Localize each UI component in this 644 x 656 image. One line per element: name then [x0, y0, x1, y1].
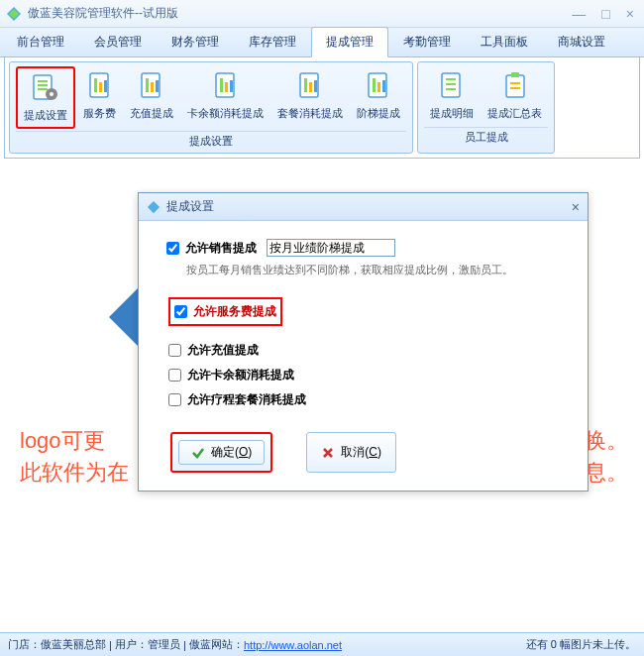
ok-button-highlight: 确定(O): [170, 432, 272, 473]
menu-attendance[interactable]: 考勤管理: [388, 27, 466, 57]
maximize-button[interactable]: □: [597, 6, 613, 22]
minimize-button[interactable]: —: [568, 6, 590, 22]
ribbon-detail[interactable]: 提成明细: [424, 66, 480, 125]
svg-rect-32: [506, 75, 524, 97]
ribbon-label: 提成设置: [24, 108, 67, 123]
document-gear-icon: [30, 72, 61, 104]
menu-stock[interactable]: 库存管理: [234, 27, 311, 57]
app-logo-icon: [6, 6, 22, 22]
svg-marker-39: [148, 200, 160, 212]
window-title: 傲蓝美容院管理软件--试用版: [28, 5, 568, 22]
svg-rect-17: [220, 78, 223, 92]
cross-icon: [321, 446, 335, 460]
ribbon-group-staff: 提成明细 提成汇总表 员工提成: [417, 61, 555, 154]
dialog-icon: [147, 200, 161, 214]
ribbon-ladder[interactable]: 阶梯提成: [351, 66, 406, 129]
title-bar: 傲蓝美容院管理软件--试用版 — □ ×: [0, 0, 644, 28]
menu-mall[interactable]: 商城设置: [543, 27, 620, 57]
row-allow-package: 允许疗程套餐消耗提成: [168, 391, 560, 408]
clipboard-icon: [499, 70, 531, 102]
menu-bar: 前台管理 会员管理 财务管理 库存管理 提成管理 考勤管理 工具面板 商城设置: [0, 28, 644, 57]
menu-commission[interactable]: 提成管理: [311, 27, 388, 57]
check-icon: [191, 446, 205, 460]
label-allow-sales: 允许销售提成: [185, 240, 257, 257]
checkbox-allow-package[interactable]: [168, 393, 181, 406]
label-allow-package: 允许疗程套餐消耗提成: [187, 391, 306, 408]
svg-rect-9: [94, 78, 97, 92]
checkbox-allow-recharge[interactable]: [168, 344, 181, 357]
status-store: 门店：傲蓝美丽总部: [8, 637, 106, 652]
status-upload: 还有 0 幅图片未上传。: [526, 637, 636, 652]
dialog-title-text: 提成设置: [166, 198, 572, 215]
ribbon-label: 套餐消耗提成: [277, 106, 343, 121]
ribbon-label: 充值提成: [130, 106, 173, 121]
status-site-label: 傲蓝网站：: [189, 637, 244, 652]
svg-rect-27: [382, 80, 385, 92]
svg-rect-11: [104, 80, 107, 92]
svg-point-7: [50, 92, 54, 96]
svg-rect-33: [511, 72, 519, 77]
ribbon: 提成设置 服务费 充值提成 卡余额消耗提成 套餐消耗提成 阶梯提成: [4, 57, 640, 159]
ribbon-label: 服务费: [83, 106, 116, 121]
dialog-titlebar: 提成设置 ×: [139, 193, 588, 221]
combo-sales-mode[interactable]: [267, 239, 395, 257]
checkbox-allow-sales[interactable]: [166, 242, 179, 255]
ok-button[interactable]: 确定(O): [178, 440, 265, 465]
dialog-commission-settings: 提成设置 × 允许销售提成 按员工每月销售业绩达到不同阶梯，获取相应提成比例，激…: [138, 192, 589, 492]
svg-rect-19: [230, 80, 233, 92]
menu-member[interactable]: 会员管理: [79, 27, 157, 57]
checkbox-allow-balance[interactable]: [168, 369, 181, 382]
ribbon-group-settings: 提成设置 服务费 充值提成 卡余额消耗提成 套餐消耗提成 阶梯提成: [9, 61, 413, 154]
ribbon-label: 阶梯提成: [357, 106, 400, 121]
document-adjust-icon: [84, 70, 116, 102]
document-adjust-icon: [294, 70, 326, 102]
ribbon-balance[interactable]: 卡余额消耗提成: [181, 66, 269, 129]
svg-rect-13: [146, 78, 149, 92]
svg-rect-22: [309, 82, 312, 92]
bg-text-2b: 息。: [585, 458, 628, 488]
menu-tools[interactable]: 工具面板: [466, 27, 543, 57]
bg-text-2: 此软件为在: [20, 458, 129, 488]
ribbon-label: 提成汇总表: [487, 106, 542, 121]
document-list-icon: [436, 70, 468, 102]
ribbon-summary[interactable]: 提成汇总表: [482, 66, 548, 125]
ribbon-package[interactable]: 套餐消耗提成: [271, 66, 349, 129]
row-allow-balance: 允许卡余额消耗提成: [168, 367, 560, 383]
row-allow-recharge: 允许充值提成: [168, 342, 560, 359]
status-user: 用户：管理员: [115, 637, 180, 652]
status-site-link[interactable]: http://www.aolan.net: [244, 639, 342, 651]
document-adjust-icon: [210, 70, 242, 102]
svg-rect-10: [99, 82, 102, 92]
hint-text: 按员工每月销售业绩达到不同阶梯，获取相应提成比例，激励员工。: [186, 263, 560, 277]
svg-rect-18: [225, 82, 228, 92]
bg-text-1b: 换。: [585, 426, 628, 456]
label-allow-service: 允许服务费提成: [193, 303, 276, 320]
ribbon-group-title: 提成设置: [16, 131, 406, 151]
dialog-close-button[interactable]: ×: [572, 199, 580, 215]
content-area: logo可更 换。 此软件为在 息。 提成设置 × 允许销售提成 按员工每月销售…: [0, 159, 644, 630]
cancel-button[interactable]: 取消(C): [306, 432, 396, 473]
ribbon-group-title: 员工提成: [424, 127, 548, 147]
ribbon-label: 卡余额消耗提成: [187, 106, 264, 121]
ribbon-label: 提成明细: [430, 106, 474, 121]
svg-rect-14: [151, 82, 154, 92]
label-allow-balance: 允许卡余额消耗提成: [187, 367, 294, 383]
document-adjust-icon: [136, 70, 167, 102]
svg-rect-23: [314, 80, 317, 92]
menu-finance[interactable]: 财务管理: [157, 27, 234, 57]
document-adjust-icon: [363, 70, 394, 102]
label-allow-recharge: 允许充值提成: [187, 342, 259, 359]
svg-rect-25: [373, 78, 376, 92]
checkbox-allow-service[interactable]: [174, 305, 187, 318]
row-allow-service: 允许服务费提成: [168, 297, 282, 326]
svg-rect-15: [156, 80, 159, 92]
close-button[interactable]: ×: [622, 6, 638, 22]
ribbon-service-fee[interactable]: 服务费: [77, 66, 122, 129]
bg-text-1: logo可更: [20, 426, 105, 456]
svg-rect-26: [377, 82, 380, 92]
svg-rect-21: [304, 78, 307, 92]
menu-front[interactable]: 前台管理: [2, 27, 79, 57]
ribbon-commission-settings[interactable]: 提成设置: [16, 66, 75, 129]
status-bar: 门店：傲蓝美丽总部 | 用户：管理员 | 傲蓝网站： http://www.ao…: [0, 632, 644, 656]
ribbon-recharge[interactable]: 充值提成: [124, 66, 179, 129]
